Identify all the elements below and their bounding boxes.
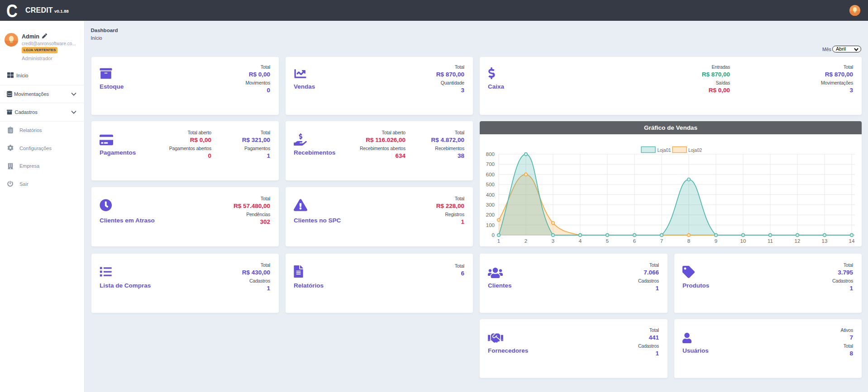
svg-text:700: 700 — [486, 161, 495, 167]
svg-text:10: 10 — [740, 238, 746, 244]
svg-text:11: 11 — [768, 238, 773, 244]
svg-text:800: 800 — [486, 151, 495, 157]
svg-text:13: 13 — [822, 238, 828, 244]
svg-text:200: 200 — [486, 212, 495, 217]
svg-text:1: 1 — [497, 238, 500, 244]
svg-text:100: 100 — [486, 222, 495, 228]
svg-text:6: 6 — [633, 238, 636, 244]
svg-text:12: 12 — [795, 238, 801, 244]
svg-text:8: 8 — [687, 238, 690, 244]
svg-text:500: 500 — [486, 182, 495, 187]
svg-text:9: 9 — [715, 238, 717, 244]
svg-text:5: 5 — [606, 238, 609, 244]
svg-text:4: 4 — [579, 238, 582, 244]
svg-text:2: 2 — [525, 238, 527, 244]
svg-text:300: 300 — [486, 202, 495, 208]
svg-text:Loja01: Loja01 — [658, 148, 671, 153]
svg-text:14: 14 — [849, 238, 855, 244]
svg-text:0: 0 — [492, 232, 495, 238]
svg-text:3: 3 — [552, 238, 554, 244]
svg-text:Loja02: Loja02 — [688, 148, 702, 153]
svg-text:600: 600 — [486, 172, 495, 177]
svg-text:7: 7 — [660, 238, 663, 244]
svg-text:400: 400 — [486, 192, 495, 198]
